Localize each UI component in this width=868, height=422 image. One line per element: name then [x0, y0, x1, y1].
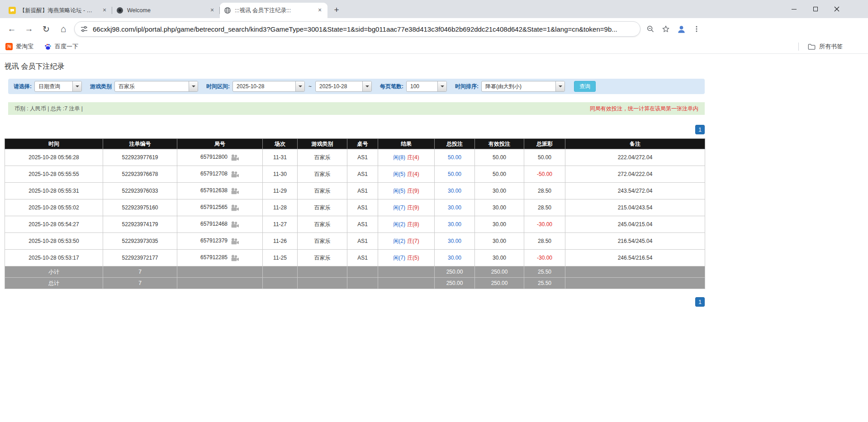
chevron-down-icon[interactable] — [189, 81, 198, 91]
address-bar[interactable]: 66cxkj98.com/ipl/portal.php/game/betreco… — [74, 21, 640, 37]
video-camera-icon[interactable] — [231, 171, 239, 178]
column-header-session: 场次 — [263, 139, 298, 149]
round-number: 657912800 — [200, 154, 228, 160]
bookmark-taobao[interactable]: 淘 爱淘宝 — [5, 43, 33, 51]
result-player: 闲(8) — [393, 154, 405, 161]
page-content: 视讯 会员下注纪录 请选择: 日期查询 游戏类别 百家乐 时间区间: 2025-… — [5, 62, 705, 307]
query-type-value: 日期查询 — [35, 83, 72, 90]
cell-remark: 215.04/243.54 — [565, 199, 705, 216]
cell-time: 2025-10-28 05:55:02 — [5, 199, 103, 216]
bookmark-star-icon[interactable] — [659, 22, 673, 36]
cell-remark: 222.04/272.04 — [565, 149, 705, 166]
cell-bet-id: 522923976033 — [103, 183, 177, 199]
page-button-1[interactable]: 1 — [695, 125, 705, 134]
total-bet-link[interactable]: 30.00 — [448, 221, 461, 228]
profile-icon[interactable] — [674, 22, 688, 36]
video-camera-icon[interactable] — [231, 188, 239, 194]
cell-valid-bet: 30.00 — [475, 216, 524, 233]
video-camera-icon[interactable] — [231, 255, 239, 261]
browser-tab-betrecord[interactable]: :::视讯 会员下注纪录::: × — [220, 3, 327, 18]
cell-game-type: 百家乐 — [298, 199, 347, 216]
subtotal-label: 小计 — [5, 266, 103, 278]
filter-label-select: 请选择: — [14, 83, 32, 90]
search-button[interactable]: 查询 — [574, 81, 596, 92]
total-bet-link[interactable]: 30.00 — [448, 255, 461, 261]
total-bet-link[interactable]: 30.00 — [448, 238, 461, 244]
site-info-icon[interactable] — [81, 25, 88, 33]
bookmark-baidu[interactable]: 百度一下 — [44, 43, 78, 51]
close-button[interactable] — [826, 0, 847, 18]
cell-total-bet: 30.00 — [435, 216, 475, 233]
summary-bar: 币别 : 人民币 | 总共 :7 注单 | 同局有效投注，统一计算在该局第一张注… — [8, 102, 705, 115]
result-player: 闲(2) — [393, 238, 405, 244]
maximize-button[interactable] — [805, 0, 826, 18]
welcome-favicon-icon — [116, 7, 123, 14]
tab-close-icon[interactable]: × — [101, 7, 108, 14]
video-camera-icon[interactable] — [231, 238, 239, 245]
cell-session: 11-25 — [263, 250, 298, 266]
date-to-combo[interactable]: 2025-10-28 — [315, 81, 372, 92]
cell-bet-id: 522923974179 — [103, 216, 177, 233]
browser-tab-forum[interactable]: 【新提醒】海燕策略论坛 - 综合 × — [5, 3, 112, 18]
date-from-combo[interactable]: 2025-10-28 — [232, 81, 305, 92]
cell-session: 11-29 — [263, 183, 298, 199]
sort-combo[interactable]: 降幂(由大到小) — [481, 81, 565, 92]
cell-result: 闲(7)庄(9) — [378, 199, 435, 216]
total-bet-link[interactable]: 50.00 — [448, 171, 461, 177]
forward-button[interactable]: → — [21, 21, 37, 37]
total-bet-link[interactable]: 50.00 — [448, 154, 461, 161]
tab-close-icon[interactable]: × — [209, 7, 216, 14]
result-banker: 庄(7) — [407, 238, 419, 244]
folder-icon — [808, 43, 816, 50]
video-camera-icon[interactable] — [231, 221, 239, 228]
chevron-down-icon[interactable] — [362, 81, 371, 91]
result-banker: 庄(4) — [407, 154, 419, 161]
total-bet-link[interactable]: 30.00 — [448, 188, 461, 194]
cell-bet-id: 522923977619 — [103, 149, 177, 166]
reload-button[interactable]: ↻ — [38, 21, 54, 37]
cell-session: 11-26 — [263, 233, 298, 250]
chevron-down-icon[interactable] — [72, 81, 81, 91]
total-total-bet: 250.00 — [435, 278, 475, 289]
minimize-button[interactable] — [783, 0, 805, 18]
tab-close-icon[interactable]: × — [316, 7, 323, 14]
cell-result: 闲(7)庄(5) — [378, 250, 435, 266]
cell-game-type: 百家乐 — [298, 183, 347, 199]
cell-game-type: 百家乐 — [298, 149, 347, 166]
cell-remark: 216.54/245.04 — [565, 233, 705, 250]
round-number: 657912285 — [200, 254, 228, 261]
taobao-icon: 淘 — [5, 43, 13, 50]
new-tab-button[interactable]: + — [330, 4, 343, 16]
chevron-down-icon[interactable] — [437, 81, 446, 91]
total-bet-link[interactable]: 30.00 — [448, 204, 461, 211]
per-page-combo[interactable]: 100 — [406, 81, 447, 92]
summary-note: 同局有效投注，统一计算在该局第一张注单内 — [590, 105, 698, 113]
video-camera-icon[interactable] — [231, 154, 239, 161]
pagination-top: 1 — [5, 125, 705, 134]
cell-result: 闲(2)庄(7) — [378, 233, 435, 250]
bookmarks-divider — [798, 43, 799, 51]
browser-tab-welcome[interactable]: Welcome × — [112, 3, 220, 18]
cell-round: 657912565 — [177, 199, 263, 216]
column-header-valid-bet: 有效投注 — [475, 139, 524, 149]
column-header-table-no: 桌号 — [347, 139, 378, 149]
cell-valid-bet: 50.00 — [475, 166, 524, 183]
game-type-combo[interactable]: 百家乐 — [114, 81, 198, 92]
home-button[interactable]: ⌂ — [55, 21, 71, 37]
column-header-payout: 总派彩 — [524, 139, 565, 149]
page-button-1[interactable]: 1 — [695, 297, 705, 307]
chevron-down-icon[interactable] — [295, 81, 304, 91]
back-button[interactable]: ← — [4, 21, 20, 37]
video-camera-icon[interactable] — [231, 204, 239, 211]
cell-remark: 246.54/216.54 — [565, 250, 705, 266]
zoom-icon[interactable] — [643, 22, 658, 36]
cell-payout: 50.00 — [524, 149, 565, 166]
total-label: 总计 — [5, 278, 103, 289]
query-type-combo[interactable]: 日期查询 — [34, 81, 82, 92]
menu-icon[interactable] — [689, 22, 704, 36]
all-bookmarks-button[interactable]: 所有书签 — [819, 43, 843, 51]
result-player: 闲(7) — [393, 255, 405, 261]
table-row: 2025-10-28 05:55:31 522923976033 6579126… — [5, 183, 705, 199]
chevron-down-icon[interactable] — [555, 81, 564, 91]
cell-total-bet: 30.00 — [435, 250, 475, 266]
